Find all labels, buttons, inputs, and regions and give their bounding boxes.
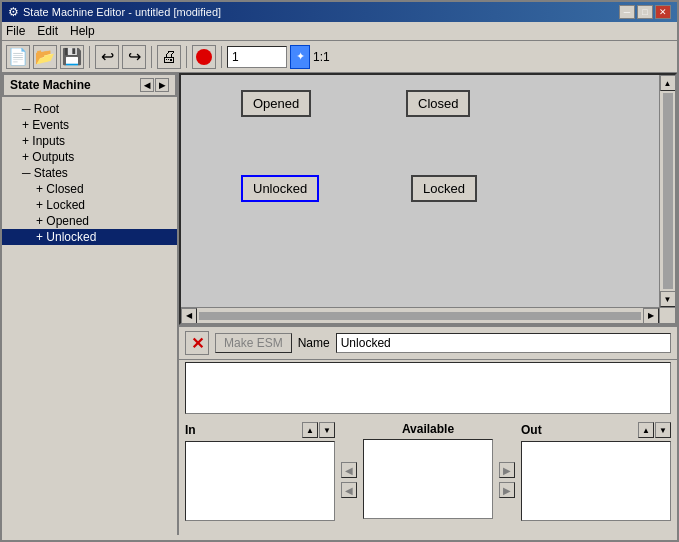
number-input[interactable] bbox=[227, 46, 287, 68]
canvas-area[interactable]: Opened Closed Unlocked Locked ▲ ▼ bbox=[179, 73, 677, 325]
move-from-out-button[interactable]: ▶ bbox=[499, 482, 515, 498]
name-label: Name bbox=[298, 336, 330, 350]
state-closed-label: Closed bbox=[418, 96, 458, 111]
state-unlocked[interactable]: Unlocked bbox=[241, 175, 319, 202]
move-to-out-button[interactable]: ▶ bbox=[499, 462, 515, 478]
state-locked-label: Locked bbox=[423, 181, 465, 196]
sidebar: State Machine ◀ ▶ ─ Root + Events + Inpu… bbox=[2, 73, 179, 535]
bottom-panel: ✕ Make ESM Name In bbox=[179, 325, 677, 535]
transfer-buttons: ◀ ◀ bbox=[341, 442, 357, 498]
main-area: State Machine ◀ ▶ ─ Root + Events + Inpu… bbox=[2, 73, 677, 535]
bottom-toolbar: ✕ Make ESM Name bbox=[179, 327, 677, 360]
out-list[interactable] bbox=[521, 441, 671, 521]
open-icon: 📂 bbox=[35, 47, 55, 66]
state-closed[interactable]: Closed bbox=[406, 90, 470, 117]
stop-icon bbox=[196, 49, 212, 65]
out-label: Out bbox=[521, 423, 542, 437]
in-down-button[interactable]: ▼ bbox=[319, 422, 335, 438]
description-area[interactable] bbox=[185, 362, 671, 414]
in-list[interactable] bbox=[185, 441, 335, 521]
menu-bar: File Edit Help bbox=[2, 22, 677, 41]
scroll-left-button[interactable]: ◀ bbox=[181, 308, 197, 324]
open-button[interactable]: 📂 bbox=[33, 45, 57, 69]
save-button[interactable]: 💾 bbox=[60, 45, 84, 69]
state-unlocked-label: Unlocked bbox=[253, 181, 307, 196]
title-bar: ⚙ State Machine Editor - untitled [modif… bbox=[2, 2, 677, 22]
move-left-button[interactable]: ◀ bbox=[341, 462, 357, 478]
available-list[interactable] bbox=[363, 439, 493, 519]
in-section: In ▲ ▼ bbox=[185, 422, 335, 521]
stop-button[interactable] bbox=[192, 45, 216, 69]
new-icon: 📄 bbox=[8, 47, 28, 66]
close-button[interactable]: ✕ bbox=[655, 5, 671, 19]
state-opened[interactable]: Opened bbox=[241, 90, 311, 117]
sidebar-btn-1[interactable]: ◀ bbox=[140, 78, 154, 92]
tree: ─ Root + Events + Inputs + Outputs ─ Sta… bbox=[2, 97, 177, 249]
save-icon: 💾 bbox=[62, 47, 82, 66]
delete-icon: ✕ bbox=[191, 334, 204, 353]
tree-item-closed[interactable]: + Closed bbox=[2, 181, 177, 197]
undo-icon: ↩ bbox=[101, 47, 114, 66]
tree-item-inputs[interactable]: + Inputs bbox=[2, 133, 177, 149]
scroll-down-button[interactable]: ▼ bbox=[660, 291, 676, 307]
toolbar-sep-1 bbox=[89, 46, 90, 68]
available-label: Available bbox=[363, 422, 493, 436]
out-down-button[interactable]: ▼ bbox=[655, 422, 671, 438]
tree-item-states[interactable]: ─ States bbox=[2, 165, 177, 181]
sidebar-btn-2[interactable]: ▶ bbox=[155, 78, 169, 92]
state-locked[interactable]: Locked bbox=[411, 175, 477, 202]
tree-item-root[interactable]: ─ Root bbox=[2, 101, 177, 117]
sidebar-header: State Machine ◀ ▶ bbox=[2, 73, 177, 97]
tree-item-events[interactable]: + Events bbox=[2, 117, 177, 133]
make-esm-button[interactable]: Make ESM bbox=[215, 333, 292, 353]
menu-file[interactable]: File bbox=[6, 24, 25, 38]
available-section: Available bbox=[363, 422, 493, 519]
minimize-button[interactable]: ─ bbox=[619, 5, 635, 19]
tree-item-opened[interactable]: + Opened bbox=[2, 213, 177, 229]
scroll-right-button[interactable]: ▶ bbox=[643, 308, 659, 324]
print-button[interactable]: 🖨 bbox=[157, 45, 181, 69]
toolbar-sep-3 bbox=[186, 46, 187, 68]
bottom-sections: In ▲ ▼ ◀ ◀ bbox=[179, 418, 677, 525]
toolbar-sep-2 bbox=[151, 46, 152, 68]
toolbar-sep-4 bbox=[221, 46, 222, 68]
undo-button[interactable]: ↩ bbox=[95, 45, 119, 69]
toolbar: 📄 📂 💾 ↩ ↪ 🖨 ✦ 1:1 bbox=[2, 41, 677, 73]
print-icon: 🖨 bbox=[161, 48, 177, 66]
window-icon: ⚙ bbox=[8, 5, 19, 19]
new-button[interactable]: 📄 bbox=[6, 45, 30, 69]
out-up-button[interactable]: ▲ bbox=[638, 422, 654, 438]
window-title: State Machine Editor - untitled [modifie… bbox=[23, 6, 221, 18]
name-input[interactable] bbox=[336, 333, 671, 353]
tree-item-locked[interactable]: + Locked bbox=[2, 197, 177, 213]
tree-item-outputs[interactable]: + Outputs bbox=[2, 149, 177, 165]
out-section: Out ▲ ▼ bbox=[521, 422, 671, 521]
in-up-button[interactable]: ▲ bbox=[302, 422, 318, 438]
sidebar-title: State Machine bbox=[10, 78, 91, 92]
zoom-icon: ✦ bbox=[296, 50, 305, 63]
zoom-label: 1:1 bbox=[313, 50, 330, 64]
zoom-button[interactable]: ✦ bbox=[290, 45, 310, 69]
maximize-button[interactable]: □ bbox=[637, 5, 653, 19]
redo-icon: ↪ bbox=[128, 47, 141, 66]
move-right-button[interactable]: ◀ bbox=[341, 482, 357, 498]
in-label: In bbox=[185, 423, 196, 437]
redo-button[interactable]: ↪ bbox=[122, 45, 146, 69]
right-panel: Opened Closed Unlocked Locked ▲ ▼ bbox=[179, 73, 677, 535]
scroll-up-button[interactable]: ▲ bbox=[660, 75, 676, 91]
menu-edit[interactable]: Edit bbox=[37, 24, 58, 38]
delete-button[interactable]: ✕ bbox=[185, 331, 209, 355]
state-opened-label: Opened bbox=[253, 96, 299, 111]
menu-help[interactable]: Help bbox=[70, 24, 95, 38]
transfer-buttons-right: ▶ ▶ bbox=[499, 442, 515, 498]
tree-item-unlocked[interactable]: + Unlocked bbox=[2, 229, 177, 245]
make-esm-label: Make ESM bbox=[224, 336, 283, 350]
